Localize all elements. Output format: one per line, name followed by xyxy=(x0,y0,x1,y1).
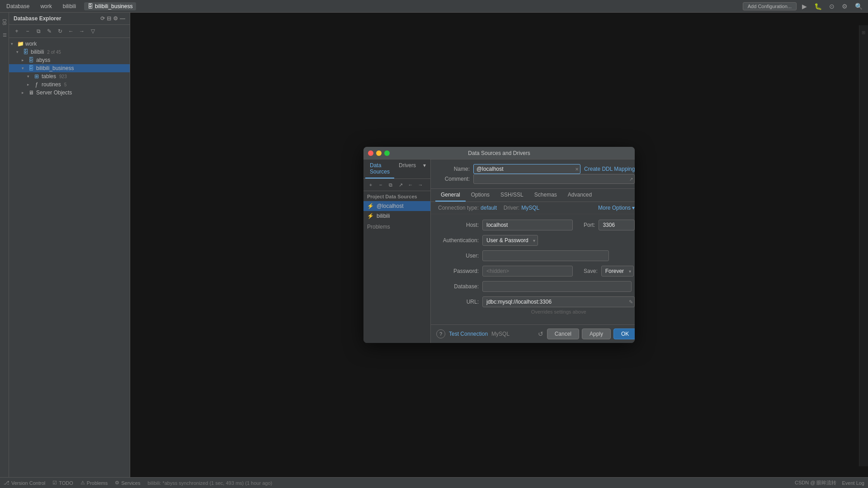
forward-btn[interactable]: → xyxy=(77,27,87,36)
save-label: Save: xyxy=(584,268,598,274)
status-problems[interactable]: ⚠ Problems xyxy=(80,480,108,486)
tab-drivers[interactable]: Drivers xyxy=(394,160,420,178)
menu-work[interactable]: work xyxy=(38,2,54,10)
side-icons: DB ☰ xyxy=(0,13,9,477)
url-edit-btn[interactable]: ✎ xyxy=(629,299,633,305)
tab-advanced[interactable]: Advanced xyxy=(562,189,597,202)
refresh-btn[interactable]: ↻ xyxy=(55,27,65,36)
db-panel-header-icons: ⟳ ⊟ ⚙ — xyxy=(100,15,125,22)
search-icon[interactable]: 🔍 xyxy=(853,2,864,11)
back-btn[interactable]: ← xyxy=(66,27,76,36)
url-field-wrapper: ✎ xyxy=(482,296,635,307)
conn-type-value[interactable]: default xyxy=(481,205,497,211)
tree-item-routines[interactable]: ▸ ƒ routines 5 xyxy=(9,80,130,89)
status-todo[interactable]: ☑ TODO xyxy=(52,480,73,486)
reset-button[interactable]: ↺ xyxy=(538,330,543,338)
tree-item-work[interactable]: ▾ 📁 work xyxy=(9,40,130,48)
run-icon[interactable]: ▶ xyxy=(800,2,809,11)
ds-item-bilibili[interactable]: ⚡ bilibili xyxy=(363,211,430,221)
name-label: Name: xyxy=(438,166,470,172)
chevron-right-icon: ▸ xyxy=(27,82,32,87)
maximize-button[interactable] xyxy=(384,150,390,156)
menu-database[interactable]: Database xyxy=(4,2,32,10)
menu-bilibili[interactable]: bilibili xyxy=(60,2,79,10)
ds-problems[interactable]: Problems xyxy=(363,221,430,233)
bookmarks-icon[interactable]: ☰ xyxy=(1,30,8,40)
help-button[interactable]: ? xyxy=(436,329,445,338)
dialog-body: Data Sources Drivers ▾ + − ⧉ ↗ ← → Pr xyxy=(363,160,635,343)
host-input[interactable] xyxy=(482,220,573,230)
apply-button[interactable]: Apply xyxy=(582,328,611,339)
add-btn[interactable]: + xyxy=(366,181,375,189)
name-input[interactable] xyxy=(473,164,580,174)
cancel-button[interactable]: Cancel xyxy=(547,328,579,339)
driver-value[interactable]: MySQL xyxy=(521,205,539,211)
driver-label: Driver: xyxy=(504,205,519,211)
user-input[interactable] xyxy=(482,250,609,261)
csdn-label[interactable]: CSDN @ 眼眸流转 xyxy=(795,479,836,486)
tab-data-sources[interactable]: Data Sources xyxy=(365,160,394,178)
content-tabs: General Options SSH/SSL Schemas Advanced xyxy=(431,189,635,202)
close-panel-icon[interactable]: — xyxy=(120,15,125,22)
tree-item-bilibili-business[interactable]: ▾ 🗄 bilibili_business xyxy=(9,64,130,72)
database-input[interactable] xyxy=(482,281,632,292)
nav-back-btn[interactable]: ← xyxy=(406,181,415,189)
tab-options[interactable]: Options xyxy=(466,189,495,202)
db-panel-title: Database Explorer xyxy=(14,15,61,22)
tree-label-tables: tables xyxy=(42,73,56,80)
filter-btn[interactable]: ▽ xyxy=(88,27,98,36)
port-input[interactable] xyxy=(599,220,635,230)
remove-btn[interactable]: − xyxy=(376,181,385,189)
more-options-link[interactable]: More Options ▾ xyxy=(598,205,635,211)
tree-item-tables[interactable]: ▾ ⊞ tables 923 xyxy=(9,72,130,80)
ok-button[interactable]: OK xyxy=(613,328,635,339)
gear-icon[interactable]: ⚙ xyxy=(113,15,118,22)
url-input[interactable] xyxy=(482,296,635,307)
clear-name-btn[interactable]: ✕ xyxy=(575,167,579,172)
user-label: User: xyxy=(438,253,479,259)
test-connection-link[interactable]: Test Connection xyxy=(449,331,488,337)
copy-datasource-btn[interactable]: ⧉ xyxy=(33,27,43,36)
db-explorer-icon[interactable]: DB xyxy=(1,16,8,28)
tree-item-server-objects[interactable]: ▸ 🖥 Server Objects xyxy=(9,89,130,97)
create-ddl-link[interactable]: Create DDL Mapping xyxy=(584,166,635,172)
db-tree: ▾ 📁 work ▾ 🗄 bilibili 2 of 45 ▸ 🗄 abyss … xyxy=(9,38,130,477)
event-log-item[interactable]: Event Log xyxy=(842,480,864,486)
close-button[interactable] xyxy=(368,150,373,156)
edit-datasource-btn[interactable]: ✎ xyxy=(44,27,54,36)
tab-general[interactable]: General xyxy=(435,189,466,202)
password-input[interactable] xyxy=(482,266,573,277)
remove-datasource-btn[interactable]: − xyxy=(23,27,33,36)
tree-item-abyss[interactable]: ▸ 🗄 abyss xyxy=(9,56,130,64)
dialog-right-pane: Name: ✕ Create DDL Mapping Comment: xyxy=(431,160,635,343)
chevron-right-icon: ▸ xyxy=(22,90,26,95)
status-message: bilibili: *abyss synchronized (1 sec, 49… xyxy=(147,480,272,486)
add-configuration-button[interactable]: Add Configuration... xyxy=(743,2,797,10)
db-icon: 🗄 xyxy=(28,57,35,63)
collapse-icon[interactable]: ⊟ xyxy=(107,15,111,22)
duplicate-btn[interactable]: ⧉ xyxy=(386,181,395,189)
tab-more-arrow[interactable]: ▾ xyxy=(420,160,429,178)
status-version-control[interactable]: ⎇ Version Control xyxy=(4,480,45,486)
vcs-icon: ⎇ xyxy=(4,480,9,486)
export-btn[interactable]: ↗ xyxy=(396,181,405,189)
status-services[interactable]: ⚙ Services xyxy=(115,480,140,486)
clear-comment-btn[interactable]: ↗ xyxy=(629,177,633,182)
comment-input[interactable] xyxy=(473,174,635,184)
ds-item-localhost[interactable]: ⚡ @localhost xyxy=(363,201,430,211)
save-select[interactable]: Forever xyxy=(601,266,634,277)
sync-icon[interactable]: ⟳ xyxy=(100,15,105,22)
minimize-button[interactable] xyxy=(376,150,382,156)
tree-item-bilibili[interactable]: ▾ 🗄 bilibili 2 of 45 xyxy=(9,48,130,56)
auth-select[interactable]: User & Password xyxy=(482,235,538,246)
main-layout: DB ☰ Database Explorer ⟳ ⊟ ⚙ — + − ⧉ ✎ ↻… xyxy=(0,13,868,477)
tab-bilibili-business[interactable]: 🗄 bilibili_business xyxy=(84,2,136,10)
debug-icon[interactable]: 🐛 xyxy=(812,2,824,11)
coverage-icon[interactable]: ⊙ xyxy=(827,2,836,11)
tab-schemas[interactable]: Schemas xyxy=(529,189,562,202)
tab-ssh-ssl[interactable]: SSH/SSL xyxy=(495,189,529,202)
nav-forward-btn[interactable]: → xyxy=(416,181,425,189)
settings-icon[interactable]: ⚙ xyxy=(840,2,849,11)
tree-label-bilibili: bilibili xyxy=(31,49,44,55)
add-datasource-btn[interactable]: + xyxy=(12,27,22,36)
